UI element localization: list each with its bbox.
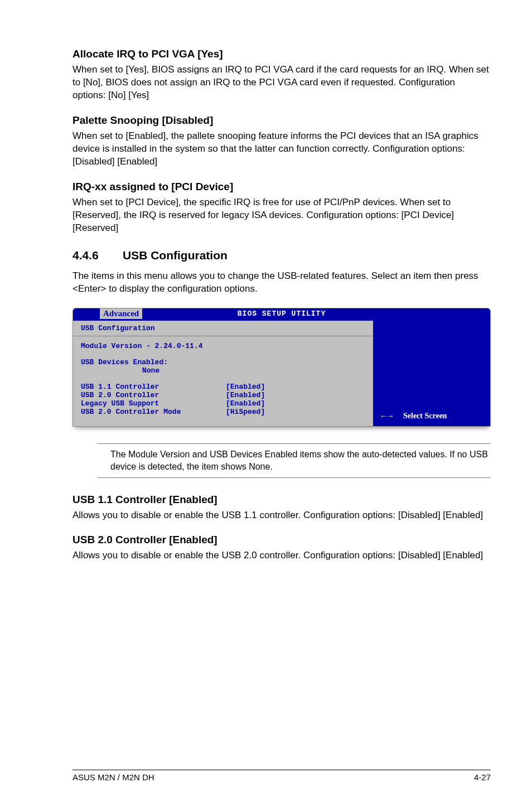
bios-devices-value: None	[81, 366, 365, 375]
bios-row-label: Legacy USB Support	[81, 399, 226, 408]
page-footer: ASUS M2N / M2N DH 4-27	[72, 770, 491, 782]
footer-left: ASUS M2N / M2N DH	[72, 772, 154, 782]
note-block: The Module Version and USB Devices Enabl…	[97, 443, 491, 477]
bios-devices-label: USB Devices Enabled:	[81, 358, 365, 366]
bios-screenshot: BIOS SETUP UTILITY Advanced USB Configur…	[72, 308, 491, 427]
heading-allocate-irq: Allocate IRQ to PCI VGA [Yes]	[72, 48, 491, 60]
bios-row: USB 2.0 Controller Mode [HiSpeed]	[81, 408, 365, 416]
bios-row-value: [Enabled]	[226, 391, 265, 399]
bios-row: USB 1.1 Controller [Enabled]	[81, 383, 365, 391]
bios-tab-advanced: Advanced	[100, 308, 142, 319]
bios-row-label: USB 1.1 Controller	[81, 383, 226, 391]
bios-left-panel: USB Configuration Module Version - 2.24.…	[73, 321, 373, 426]
body-usb20: Allows you to disable or enable the USB …	[72, 549, 491, 562]
bios-row: USB 2.0 Controller [Enabled]	[81, 391, 365, 399]
bios-help-text: Select Screen	[403, 412, 447, 421]
bios-row-value: [Enabled]	[226, 383, 265, 391]
heading-irq-assigned: IRQ-xx assigned to [PCI Device]	[72, 181, 491, 193]
bios-panel-title: USB Configuration	[73, 321, 373, 336]
arrows-icon: ←→	[380, 412, 393, 421]
footer-right: 4-27	[474, 772, 491, 782]
heading-usb20: USB 2.0 Controller [Enabled]	[72, 534, 491, 546]
bios-row-label: USB 2.0 Controller	[81, 391, 226, 399]
body-palette-snooping: When set to [Enabled], the pallete snoop…	[72, 130, 491, 168]
subsection-heading: 4.4.6USB Configuration	[72, 249, 491, 262]
bios-header: BIOS SETUP UTILITY Advanced	[73, 308, 490, 321]
bios-row-label: USB 2.0 Controller Mode	[81, 408, 226, 416]
subsection-number: 4.4.6	[72, 249, 123, 262]
body-irq-assigned: When set to [PCI Device], the specific I…	[72, 196, 491, 235]
subsection-intro: The items in this menu allows you to cha…	[72, 270, 491, 296]
bios-module-version: Module Version - 2.24.0-11.4	[81, 342, 365, 350]
body-allocate-irq: When set to [Yes], BIOS assigns an IRQ t…	[72, 64, 491, 102]
heading-usb11: USB 1.1 Controller [Enabled]	[72, 494, 491, 506]
heading-palette-snooping: Palette Snooping [Disabled]	[72, 114, 491, 127]
bios-row-value: [HiSpeed]	[226, 408, 265, 416]
subsection-title: USB Configuration	[123, 249, 228, 262]
bios-row: Legacy USB Support [Enabled]	[81, 399, 365, 408]
bios-header-title: BIOS SETUP UTILITY	[238, 310, 326, 318]
body-usb11: Allows you to disable or enable the USB …	[72, 509, 491, 522]
note-text: The Module Version and USB Devices Enabl…	[110, 448, 491, 472]
bios-row-value: [Enabled]	[226, 399, 265, 408]
bios-help-panel: ←→ Select Screen	[373, 321, 490, 426]
